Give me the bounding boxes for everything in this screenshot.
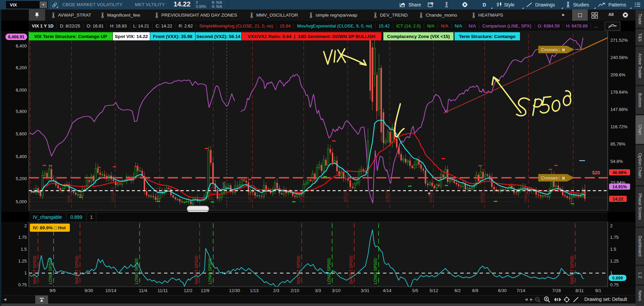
svg-text:0.899: 0.899 (612, 276, 623, 281)
svg-text:SHORT SP500: SHORT SP500 (75, 256, 79, 284)
svg-text:1: 1 (24, 270, 27, 275)
svg-text:14.22: 14.22 (612, 197, 623, 202)
svg-text:1.75: 1.75 (18, 235, 27, 240)
svg-text:10/18/24: 10/18/24 (110, 187, 115, 203)
svg-text:✕: ✕ (562, 176, 565, 181)
svg-text:14.91%: 14.91% (612, 185, 627, 189)
svg-text:6/20/25: 6/20/25 (480, 190, 484, 203)
svg-text:5,400: 5,400 (16, 154, 27, 159)
svg-text:Crosses: Crosses (541, 47, 558, 52)
svg-text:1.5: 1.5 (610, 247, 616, 252)
svg-text:5,000: 5,000 (16, 199, 27, 204)
svg-text:SHORT SP500: SHORT SP500 (570, 256, 575, 284)
svg-text:6,200: 6,200 (16, 65, 27, 70)
svg-text:1.5: 1.5 (21, 247, 27, 252)
svg-text:LONG SP500: LONG SP500 (208, 259, 213, 284)
svg-text:5,200: 5,200 (16, 176, 27, 181)
svg-text:LONG SP500: LONG SP500 (327, 259, 331, 284)
svg-text:2: 2 (610, 223, 612, 228)
svg-text:!: ! (432, 2, 432, 4)
svg-text:SHORT SP500: SHORT SP500 (349, 256, 354, 284)
svg-text:⇓: ⇓ (557, 47, 561, 52)
svg-text:6,000: 6,000 (16, 88, 27, 93)
svg-text:⇑: ⇑ (557, 176, 561, 180)
svg-text:209.6%: 209.6% (610, 72, 626, 77)
svg-text:5,600: 5,600 (16, 131, 27, 136)
svg-text:1.75: 1.75 (610, 235, 619, 240)
svg-text:0.75: 0.75 (610, 282, 619, 287)
svg-text:5,800: 5,800 (16, 109, 27, 114)
svg-text:6,400: 6,400 (16, 43, 27, 49)
svg-text:3/21/25: 3/21/25 (343, 190, 347, 203)
svg-text:LONG SP500: LONG SP500 (48, 259, 53, 284)
svg-text:LONG SP500: LONG SP500 (373, 259, 378, 284)
svg-text:LONG SP500: LONG SP500 (134, 259, 139, 284)
svg-text:5/16/25: 5/16/25 (429, 190, 433, 203)
svg-text:46.98%: 46.98% (612, 170, 627, 175)
svg-text:1: 1 (610, 270, 612, 275)
svg-text:2: 2 (24, 223, 27, 228)
svg-text:IV: 89.9% □ Hot: IV: 89.9% □ Hot (33, 225, 66, 230)
svg-text:Crosses: Crosses (541, 175, 558, 180)
svg-text:240.56%: 240.56% (610, 55, 628, 60)
svg-text:4/18/25: 4/18/25 (385, 190, 389, 203)
svg-text:0.75: 0.75 (18, 282, 27, 287)
svg-text:2/21/25: 2/21/25 (299, 190, 303, 203)
svg-text:$20: $20 (592, 170, 600, 175)
svg-text:178.64%: 178.64% (610, 90, 628, 95)
svg-text:54.8%: 54.8% (610, 159, 623, 164)
svg-text:1.25: 1.25 (18, 259, 27, 264)
svg-text:1.25: 1.25 (610, 259, 619, 264)
svg-text:85.76%: 85.76% (610, 141, 626, 147)
svg-text:✕: ✕ (562, 47, 565, 53)
svg-text:SHORT SP500: SHORT SP500 (194, 256, 199, 284)
svg-text:147.68%: 147.68% (610, 107, 628, 112)
svg-text:SHORT SP500: SHORT SP500 (33, 256, 37, 284)
svg-text:116.72%: 116.72% (610, 124, 628, 129)
svg-text:SHORT SP500: SHORT SP500 (296, 256, 301, 284)
